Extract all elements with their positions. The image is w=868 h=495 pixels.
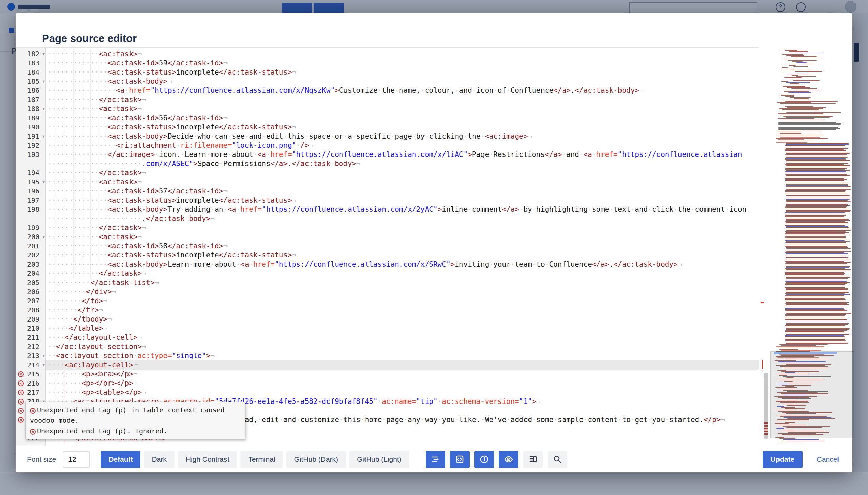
fold-arrow-icon[interactable]: ▼ [43, 50, 45, 58]
code-line[interactable]: ··</ac:layout-section>¬ [46, 342, 759, 351]
code-line[interactable]: ··············<ac:task-body>Decide·who·c… [46, 132, 759, 141]
code-line[interactable]: ············<ac:task>¬ [46, 177, 759, 187]
preview-eye-button[interactable] [499, 451, 518, 468]
code-line[interactable]: ··············<ac:task-status>incomplete… [46, 251, 759, 260]
line-number[interactable]: 214▼ [16, 360, 46, 370]
line-number[interactable]: 183 [16, 58, 46, 68]
line-number[interactable]: 209 [16, 315, 46, 324]
line-number[interactable]: 212 [16, 342, 46, 351]
modal-update-button[interactable]: Update [763, 451, 803, 468]
line-number[interactable]: 213▼ [16, 351, 46, 360]
fold-arrow-icon[interactable]: ▼ [43, 177, 45, 187]
theme-button-high-contrast[interactable]: High Contrast [178, 451, 237, 468]
line-number[interactable]: 210 [16, 324, 46, 333]
line-number[interactable]: 196 [16, 187, 46, 196]
line-number[interactable] [16, 214, 46, 223]
code-line[interactable]: ··············</ac:image>·icon.·Learn·mo… [46, 150, 759, 159]
line-number[interactable]: 187 [16, 95, 46, 104]
code-line[interactable]: ·······</tr>¬ [46, 306, 759, 315]
theme-button-dark[interactable]: Dark [144, 451, 174, 468]
line-number[interactable]: 208 [16, 306, 46, 315]
code-line[interactable]: ··············<ac:task-id>57</ac:task-id… [46, 187, 759, 196]
theme-button-github-light[interactable]: GitHub (Light) [349, 451, 409, 468]
code-line[interactable]: ······</tbody>¬ [46, 315, 759, 324]
line-number[interactable]: 192 [16, 141, 46, 150]
fold-arrow-icon[interactable]: ▼ [43, 77, 45, 86]
minimap-button[interactable] [523, 451, 543, 468]
theme-button-terminal[interactable]: Terminal [240, 451, 283, 468]
line-number[interactable]: 185▼ [16, 77, 46, 86]
minimap-viewport[interactable] [770, 351, 854, 439]
line-number[interactable] [16, 159, 46, 168]
code-line[interactable]: ············</ac:task>¬ [46, 223, 759, 233]
code-line[interactable]: ············</ac:task>¬ [46, 95, 759, 104]
code-line[interactable]: ······················.com/x/ASEC">Space… [46, 159, 759, 168]
line-number[interactable]: 203 [16, 260, 46, 269]
code-line[interactable]: ·········</div>¬ [46, 287, 759, 296]
code-line[interactable]: ·····</table>¬ [46, 324, 759, 333]
line-number[interactable]: 205 [16, 278, 46, 287]
code-line[interactable]: ····</ac:layout-cell>¬ [46, 333, 759, 342]
code-line[interactable]: ··············<ac:task-status>incomplete… [46, 196, 759, 205]
line-number[interactable]: ×217 [16, 388, 46, 397]
code-line[interactable]: ······················.</ac:task-body>¬ [46, 214, 759, 223]
code-line[interactable]: ············<ac:task>¬ [46, 233, 759, 242]
code-line[interactable]: ··············<ac:task-id>59</ac:task-id… [46, 58, 759, 68]
line-number[interactable]: 200▼ [16, 233, 46, 242]
line-number[interactable]: 186 [16, 86, 46, 95]
modal-cancel-button[interactable]: Cancel [815, 455, 841, 464]
code-line[interactable]: ··············<ac:task-status>incomplete… [46, 68, 759, 77]
search-button[interactable] [548, 451, 567, 468]
fold-arrow-icon[interactable]: ▼ [43, 104, 45, 114]
code-line[interactable]: ········</td>¬ [46, 296, 759, 306]
font-size-input[interactable] [63, 451, 90, 467]
fold-arrow-icon[interactable]: ▼ [43, 351, 45, 360]
line-number[interactable]: 202 [16, 251, 46, 260]
line-number[interactable]: 198 [16, 205, 46, 214]
code-line[interactable]: ··············<ac:task-body>¬ [46, 77, 759, 86]
line-number[interactable]: 182▼ [16, 50, 46, 58]
line-number[interactable]: 199 [16, 223, 46, 233]
fold-arrow-icon[interactable]: ▼ [43, 233, 45, 242]
code-line[interactable]: ················<ri:attachment·ri:filena… [46, 141, 759, 150]
line-number[interactable]: 189 [16, 114, 46, 123]
code-line[interactable]: ··<ac:layout-section·ac:type="single">¬ [46, 351, 759, 360]
code-line[interactable]: ············<ac:task>¬ [46, 104, 759, 114]
line-number[interactable]: ×216 [16, 379, 46, 388]
code-line[interactable]: ············<ac:task>¬ [46, 50, 759, 58]
code-line[interactable]: ··········</ac:task-list>¬ [46, 278, 759, 287]
line-number[interactable]: 197 [16, 196, 46, 205]
line-number[interactable]: 184 [16, 68, 46, 77]
line-number[interactable]: ×215 [16, 370, 46, 379]
line-number[interactable]: 206 [16, 287, 46, 296]
line-number[interactable]: 191▼ [16, 132, 46, 141]
code-line[interactable]: ··············<ac:task-body>Try·adding·a… [46, 205, 759, 214]
line-number[interactable]: 204 [16, 269, 46, 278]
code-line[interactable]: ··············<ac:task-status>incomplete… [46, 123, 759, 132]
line-number[interactable]: 190 [16, 123, 46, 132]
theme-button-default[interactable]: Default [101, 451, 140, 468]
fold-arrow-icon[interactable]: ▼ [43, 132, 45, 141]
code-line[interactable]: ················<a·href="https://conflue… [46, 86, 759, 95]
line-number[interactable]: 201 [16, 242, 46, 251]
fold-arrow-icon[interactable]: ▼ [43, 360, 45, 370]
line-number[interactable]: 207 [16, 296, 46, 306]
whitespace-toggle-button[interactable] [425, 451, 445, 468]
code-line[interactable]: ········<p><table></p>¬ [46, 388, 759, 397]
code-line[interactable]: ········<p></br></p>¬ [46, 379, 759, 388]
line-number[interactable]: 193 [16, 150, 46, 159]
code-line[interactable]: ············</ac:task>¬ [46, 269, 759, 278]
info-button[interactable] [474, 451, 494, 468]
code-line[interactable]: ··············<ac:task-body>Learn·more·a… [46, 260, 759, 269]
line-number[interactable]: 188▼ [16, 104, 46, 114]
theme-button-github-dark[interactable]: GitHub (Dark) [286, 451, 346, 468]
code-line[interactable]: ····<ac:layout-cell>¬ [46, 360, 759, 370]
code-area[interactable]: ············<ac:task>¬··············<ac:… [46, 48, 759, 445]
line-number[interactable]: 211 [16, 333, 46, 342]
code-line[interactable]: ··············<ac:task-id>58</ac:task-id… [46, 242, 759, 251]
code-line[interactable]: ··············<ac:task-id>56</ac:task-id… [46, 114, 759, 123]
code-wrap-button[interactable] [450, 451, 470, 468]
line-number[interactable]: 194 [16, 168, 46, 177]
line-number[interactable]: 195▼ [16, 177, 46, 187]
code-line[interactable]: ············</ac:task>¬ [46, 168, 759, 177]
